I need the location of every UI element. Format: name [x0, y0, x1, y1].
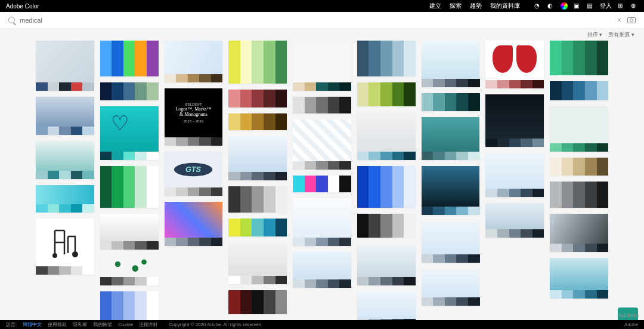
theme-thumbnail: [357, 244, 416, 277]
color-wheel-icon[interactable]: [561, 2, 568, 10]
theme-card[interactable]: [293, 41, 351, 91]
theme-thumbnail: [293, 119, 351, 161]
sort-dropdown[interactable]: 排序 ▾: [587, 31, 603, 39]
theme-thumbnail: [293, 252, 351, 279]
theme-card[interactable]: [36, 141, 94, 179]
palette-card[interactable]: [422, 93, 480, 111]
discover-icon[interactable]: ◔: [534, 2, 541, 10]
signin-link[interactable]: 登入: [600, 2, 612, 10]
theme-card[interactable]: [293, 252, 351, 288]
theme-card[interactable]: [165, 41, 223, 82]
palette-card[interactable]: [228, 290, 287, 314]
theme-thumbnail: [550, 214, 608, 244]
theme-card[interactable]: [36, 219, 94, 275]
theme-card[interactable]: [550, 258, 608, 299]
palette-card[interactable]: [550, 182, 608, 208]
theme-card[interactable]: [422, 221, 480, 263]
palette-card[interactable]: [228, 186, 287, 213]
source-dropdown[interactable]: 所有來源 ▾: [608, 31, 634, 39]
nav-library[interactable]: 我的資料庫: [490, 2, 520, 10]
palette-card[interactable]: [228, 219, 287, 236]
profile-icon[interactable]: ◐: [547, 2, 555, 10]
theme-card[interactable]: [422, 41, 480, 87]
theme-card[interactable]: BELDENTLogos™, Marks™& Monograms2018 – 2…: [165, 88, 223, 146]
theme-card[interactable]: [357, 291, 416, 321]
theme-card[interactable]: [357, 244, 416, 285]
gallery-column: [293, 41, 351, 321]
footer-link-account[interactable]: 我的帳號: [93, 321, 112, 328]
palette-card[interactable]: [100, 166, 159, 208]
palette-card[interactable]: [293, 176, 351, 192]
footer-adobe-logo[interactable]: Adobe: [624, 322, 638, 327]
theme-card[interactable]: [422, 166, 480, 215]
theme-card[interactable]: [485, 153, 544, 197]
palette-card[interactable]: [100, 82, 159, 100]
theme-card[interactable]: [100, 256, 159, 285]
theme-card[interactable]: GTS: [165, 152, 223, 196]
palette-card[interactable]: [357, 214, 416, 238]
palette-card[interactable]: [228, 113, 287, 130]
theme-thumbnail: [422, 221, 480, 254]
theme-thumbnail: [100, 106, 159, 152]
theme-card[interactable]: [100, 214, 159, 250]
theme-thumbnail: [485, 153, 544, 189]
nav-trends[interactable]: 趨勢: [470, 2, 482, 10]
clear-search-icon[interactable]: ×: [617, 16, 621, 24]
theme-card[interactable]: [100, 106, 159, 160]
theme-card[interactable]: [357, 112, 416, 160]
adobe-icon[interactable]: ⊕: [631, 2, 638, 10]
palette-card[interactable]: [357, 41, 416, 76]
theme-card[interactable]: [485, 41, 544, 88]
footer-link-optout[interactable]: 注銷方針: [139, 321, 158, 328]
palette-card[interactable]: [357, 82, 416, 106]
theme-thumbnail: GTS: [165, 152, 223, 187]
palette-card[interactable]: [550, 81, 608, 100]
footer-link-cookie[interactable]: Cookie: [118, 322, 133, 327]
search-input[interactable]: [18, 16, 617, 24]
apps-icon[interactable]: ⊞: [618, 2, 625, 10]
palette-card[interactable]: [357, 166, 416, 208]
theme-card[interactable]: [550, 214, 608, 252]
nav-explore[interactable]: 探索: [450, 2, 462, 10]
gallery-column: [100, 41, 159, 321]
palette-card[interactable]: [228, 90, 287, 107]
brand-label[interactable]: Adobe Color: [6, 3, 39, 10]
theme-card[interactable]: [485, 94, 544, 147]
theme-card[interactable]: [36, 41, 94, 91]
theme-card[interactable]: [228, 136, 287, 180]
walker-icon: [50, 225, 80, 260]
footer-lang-value[interactable]: 簡體中文: [23, 321, 42, 328]
theme-card[interactable]: [485, 203, 544, 238]
theme-card[interactable]: [36, 97, 94, 135]
chat-icon[interactable]: ▤: [587, 2, 594, 10]
palette-card[interactable]: [228, 41, 287, 84]
theme-thumbnail: [422, 166, 480, 207]
top-bar: Adobe Color 建立 探索 趨勢 我的資料庫 ◔ ◐ ▣ ▤ 登入 ⊞ …: [0, 0, 644, 12]
theme-card[interactable]: [422, 117, 480, 160]
main-nav: 建立 探索 趨勢 我的資料庫: [429, 2, 520, 10]
palette-card[interactable]: [550, 158, 608, 176]
theme-thumbnail: [422, 269, 480, 297]
theme-card[interactable]: [165, 202, 223, 246]
palette-card[interactable]: [100, 41, 159, 76]
svg-text:GTS: GTS: [186, 165, 202, 174]
theme-card[interactable]: [36, 185, 94, 213]
theme-card[interactable]: [228, 242, 287, 284]
footer-link-terms[interactable]: 使用條款: [48, 321, 67, 328]
gallery-column: [357, 41, 416, 321]
theme-thumbnail: [550, 106, 608, 143]
theme-card[interactable]: [293, 198, 351, 246]
book-title-1: Logos™, Marks™: [175, 106, 211, 112]
theme-thumbnail: [165, 41, 223, 74]
palette-card[interactable]: [100, 291, 159, 321]
camera-search-icon[interactable]: [627, 17, 636, 23]
theme-card[interactable]: [422, 269, 480, 306]
palette-card[interactable]: [293, 97, 351, 113]
nav-create[interactable]: 建立: [429, 2, 441, 10]
theme-card[interactable]: [293, 119, 351, 170]
palette-card[interactable]: [550, 41, 608, 75]
footer-link-privacy[interactable]: 隱私權: [73, 321, 87, 328]
notification-icon[interactable]: ▣: [574, 2, 581, 10]
theme-card[interactable]: [550, 106, 608, 152]
footer-lang-label: 語言:: [6, 321, 17, 328]
